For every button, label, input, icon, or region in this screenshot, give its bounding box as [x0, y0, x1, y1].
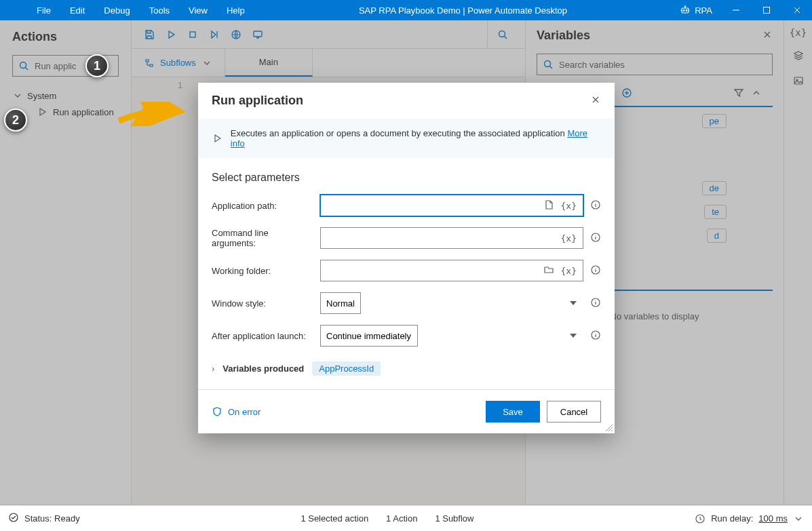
app-path-label: Application path:: [212, 201, 313, 211]
dialog-section-header: Select parameters: [198, 158, 615, 189]
variable-picker-icon[interactable]: {x}: [559, 266, 579, 276]
folder-picker-icon[interactable]: [541, 264, 556, 277]
info-icon: [590, 330, 601, 340]
window-maximize[interactable]: [751, 0, 781, 20]
svg-point-3: [685, 6, 686, 7]
file-picker-icon[interactable]: [541, 199, 556, 212]
cmd-args-info[interactable]: [590, 232, 601, 245]
window-style-select[interactable]: Normal: [320, 292, 361, 314]
run-delay-value[interactable]: 100 ms: [758, 513, 788, 524]
app-path-info[interactable]: [590, 199, 601, 212]
status-selected: 1 Selected action: [301, 513, 368, 524]
save-button[interactable]: Save: [486, 401, 540, 422]
window-title: SAP RPA Playbook Demo | Power Automate D…: [254, 5, 672, 16]
menu-view[interactable]: View: [179, 5, 217, 16]
working-folder-label: Working folder:: [212, 266, 313, 276]
svg-point-2: [686, 10, 687, 12]
window-close[interactable]: [781, 0, 812, 20]
dialog-description: Executes an application or opens a docum…: [198, 119, 615, 158]
dialog-close[interactable]: [590, 94, 601, 107]
window-style-info[interactable]: [590, 297, 601, 310]
info-icon: [590, 199, 601, 210]
window-style-label: Window style:: [212, 298, 313, 309]
cmd-args-label: Command line arguments:: [212, 228, 313, 248]
rpa-indicator[interactable]: RPA: [672, 5, 720, 16]
info-icon: [590, 232, 601, 243]
status-actions: 1 Action: [386, 513, 417, 524]
after-launch-label: After application launch:: [212, 331, 313, 341]
menu-help[interactable]: Help: [217, 5, 254, 16]
svg-rect-0: [682, 8, 689, 13]
dialog-resize-handle[interactable]: [605, 424, 613, 432]
callout-1: 1: [85, 54, 109, 77]
chevron-down-icon[interactable]: [793, 513, 804, 524]
svg-point-14: [9, 513, 18, 522]
cancel-button[interactable]: Cancel: [547, 401, 601, 422]
after-launch-select[interactable]: Continue immediately: [320, 325, 418, 347]
menu-edit[interactable]: Edit: [60, 5, 94, 16]
play-icon: [212, 133, 223, 144]
info-icon: [590, 264, 601, 275]
annotation-arrow: [115, 102, 190, 126]
chevron-right-icon: ›: [212, 363, 214, 374]
shield-icon: [212, 406, 223, 417]
svg-rect-4: [763, 7, 769, 14]
after-launch-info[interactable]: [590, 330, 601, 342]
clock-icon: [695, 513, 705, 524]
produced-variable-chip[interactable]: AppProcessId: [312, 361, 381, 376]
status-bar: Status: Ready 1 Selected action 1 Action…: [0, 505, 812, 531]
svg-point-1: [683, 10, 684, 12]
title-bar: File Edit Debug Tools View Help SAP RPA …: [0, 0, 812, 20]
run-application-dialog: Run application Executes an application …: [198, 83, 615, 433]
menu-tools[interactable]: Tools: [140, 5, 179, 16]
working-folder-input[interactable]: [325, 266, 539, 276]
app-path-field[interactable]: {x}: [320, 195, 583, 216]
working-folder-info[interactable]: [590, 264, 601, 277]
menu-file[interactable]: File: [27, 5, 60, 16]
menu-debug[interactable]: Debug: [94, 5, 139, 16]
app-path-input[interactable]: [325, 201, 539, 211]
close-icon: [590, 94, 601, 105]
cmd-args-field[interactable]: {x}: [320, 227, 583, 249]
variables-produced[interactable]: › Variables produced AppProcessId: [198, 352, 615, 389]
variable-picker-icon[interactable]: {x}: [559, 233, 579, 243]
dialog-title: Run application: [212, 94, 590, 108]
info-icon: [590, 297, 601, 308]
bot-icon: [680, 5, 691, 16]
check-circle-icon: [8, 512, 19, 523]
status-subflows: 1 Subflow: [435, 513, 473, 524]
callout-2: 2: [4, 109, 27, 132]
window-minimize[interactable]: [720, 0, 751, 20]
cmd-args-input[interactable]: [325, 233, 556, 243]
menu-bar: File Edit Debug Tools View Help: [0, 5, 254, 16]
run-delay-label: Run delay:: [711, 513, 753, 524]
on-error-button[interactable]: On error: [212, 406, 260, 417]
status-text: Status: Ready: [24, 513, 80, 524]
status-ready-icon: [8, 512, 19, 525]
variable-picker-icon[interactable]: {x}: [559, 201, 579, 211]
working-folder-field[interactable]: {x}: [320, 260, 583, 281]
